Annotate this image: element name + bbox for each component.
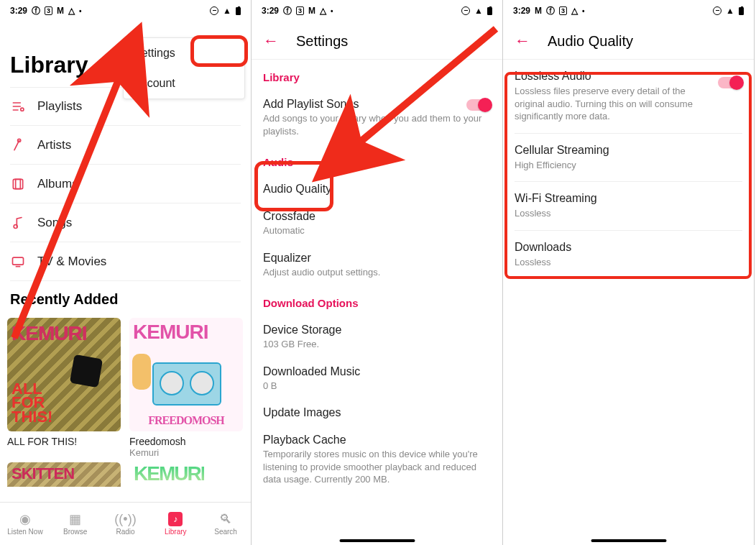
lib-label: Playlists (37, 99, 82, 114)
wifi-icon: ▲ (223, 6, 231, 16)
status-time: 3:29 (262, 6, 279, 16)
tab-search[interactable]: 🔍︎ Search (200, 503, 251, 545)
lib-label: Albums (37, 177, 78, 191)
box3-icon: 3 (559, 6, 567, 15)
album-icon (10, 177, 26, 191)
drive-icon: △ (571, 6, 578, 16)
dot-icon: • (331, 7, 333, 15)
album-art: KEMURI FREEDOMOSH (129, 318, 243, 431)
battery-icon (739, 7, 744, 15)
tab-radio[interactable]: ((•)) Radio (101, 503, 151, 545)
row-sub: Temporarily stores music on this device … (263, 448, 491, 486)
album-item[interactable]: KEMURI (129, 462, 243, 487)
header-title: Audio Quality (548, 33, 633, 50)
dnd-icon (713, 6, 722, 15)
tab-label: Radio (116, 528, 134, 536)
lib-row-tv[interactable]: TV & Movies (10, 242, 241, 281)
row-lossless-audio[interactable]: Lossless Audio Lossless files preserve e… (515, 60, 742, 134)
back-button[interactable]: ← (515, 32, 530, 50)
row-title: Wi-Fi Streaming (515, 192, 742, 205)
search-icon: 🔍︎ (219, 512, 232, 526)
back-button[interactable]: ← (263, 32, 279, 50)
screen-audio-quality: 3:29 M ⓕ 3 △ • ▲ ← Audio Quality Lossles… (503, 0, 755, 545)
box3-icon: 3 (45, 6, 52, 15)
album-art-title: KEMURI (133, 321, 208, 344)
lib-row-albums[interactable]: Albums (10, 165, 241, 203)
row-sub: 103 GB Free. (263, 338, 491, 351)
row-sub: Automatic (263, 224, 491, 237)
facebook-icon: ⓕ (32, 5, 40, 17)
audio-quality-header: ← Audio Quality (503, 22, 754, 60)
drive-icon: △ (320, 6, 326, 16)
row-sub: 0 B (263, 380, 491, 393)
header-title: Settings (296, 33, 348, 50)
row-sub: Lossless files preserve every detail of … (515, 85, 701, 123)
row-sub: Adjust audio output settings. (263, 266, 491, 279)
lib-row-artists[interactable]: Artists (10, 126, 241, 165)
row-crossfade[interactable]: Crossfade Automatic (263, 203, 491, 244)
box3-icon: 3 (296, 6, 304, 15)
row-downloaded-music[interactable]: Downloaded Music 0 B (263, 358, 491, 400)
row-title: Audio Quality (263, 183, 491, 196)
tab-library[interactable]: ♪ Library (150, 503, 200, 545)
library-categories: Playlists Artists Albums Songs TV & Movi… (0, 87, 251, 281)
menu-account[interactable]: Account (124, 68, 244, 99)
album-item[interactable]: KEMURI FREEDOMOSH Freedomosh Kemuri (129, 318, 243, 458)
wifi-icon: ▲ (726, 6, 734, 16)
screen-library: 3:29 ⓕ 3 M △ • ▲ Settings Account Librar… (0, 0, 252, 545)
album-title: Freedomosh (129, 436, 243, 447)
row-downloads[interactable]: Downloads Lossless (515, 231, 742, 279)
row-sub: Lossless (515, 207, 701, 220)
row-title: Lossless Audio (515, 70, 742, 83)
section-download: Download Options (263, 285, 491, 316)
row-add-playlist-songs[interactable]: Add Playlist Songs Add songs to your lib… (263, 91, 491, 145)
artist-icon (10, 138, 26, 152)
tab-label: Search (214, 528, 237, 536)
album-art-title: SKITTEN (11, 464, 74, 483)
svg-rect-7 (13, 257, 24, 265)
gesture-bar (591, 539, 666, 542)
toggle-add-playlist[interactable] (466, 99, 491, 111)
row-sub: High Efficiency (515, 159, 701, 172)
row-update-images[interactable]: Update Images (263, 399, 491, 426)
menu-settings[interactable]: Settings (124, 38, 244, 68)
album-title: ALL FOR THIS! (7, 436, 121, 447)
row-title: Add Playlist Songs (263, 98, 491, 111)
row-wifi-streaming[interactable]: Wi-Fi Streaming Lossless (515, 182, 742, 231)
row-title: Equalizer (263, 252, 491, 265)
row-title: Device Storage (263, 324, 491, 336)
status-time: 3:29 (10, 6, 27, 16)
section-audio: Audio (263, 145, 491, 175)
gmail-icon: M (535, 6, 542, 16)
album-item[interactable]: KEMURI ALLFORTHIS! ALL FOR THIS! (7, 318, 121, 458)
svg-rect-4 (13, 179, 22, 188)
battery-icon (236, 7, 241, 15)
row-title: Update Images (263, 406, 491, 419)
lib-label: TV & Movies (37, 255, 106, 269)
gesture-bar (339, 539, 415, 542)
tab-label: Listen Now (7, 528, 42, 536)
drive-icon: △ (68, 6, 75, 16)
row-device-storage[interactable]: Device Storage 103 GB Free. (263, 316, 491, 358)
gmail-icon: M (57, 6, 64, 16)
dnd-icon (210, 6, 218, 15)
lib-row-songs[interactable]: Songs (10, 203, 241, 242)
row-audio-quality[interactable]: Audio Quality (263, 175, 491, 203)
battery-icon (487, 7, 492, 15)
album-art: KEMURI ALLFORTHIS! (7, 318, 121, 431)
album-item[interactable]: SKITTEN (7, 462, 121, 487)
row-cellular-streaming[interactable]: Cellular Streaming High Efficiency (515, 134, 742, 183)
toggle-lossless[interactable] (718, 77, 742, 88)
tab-listen-now[interactable]: ◉ Listen Now (0, 503, 50, 545)
dot-icon: • (79, 7, 82, 15)
dot-icon: • (582, 7, 585, 15)
tab-label: Library (165, 528, 187, 536)
tab-bar: ◉ Listen Now ▦ Browse ((•)) Radio ♪ Libr… (0, 502, 251, 545)
row-equalizer[interactable]: Equalizer Adjust audio output settings. (263, 244, 491, 286)
row-playback-cache[interactable]: Playback Cache Temporarily stores music … (263, 426, 491, 493)
tab-browse[interactable]: ▦ Browse (50, 503, 101, 545)
row-title: Cellular Streaming (515, 144, 742, 157)
row-title: Playback Cache (263, 434, 491, 446)
status-time: 3:29 (513, 6, 530, 16)
album-grid: KEMURI ALLFORTHIS! ALL FOR THIS! KEMURI … (0, 318, 251, 458)
